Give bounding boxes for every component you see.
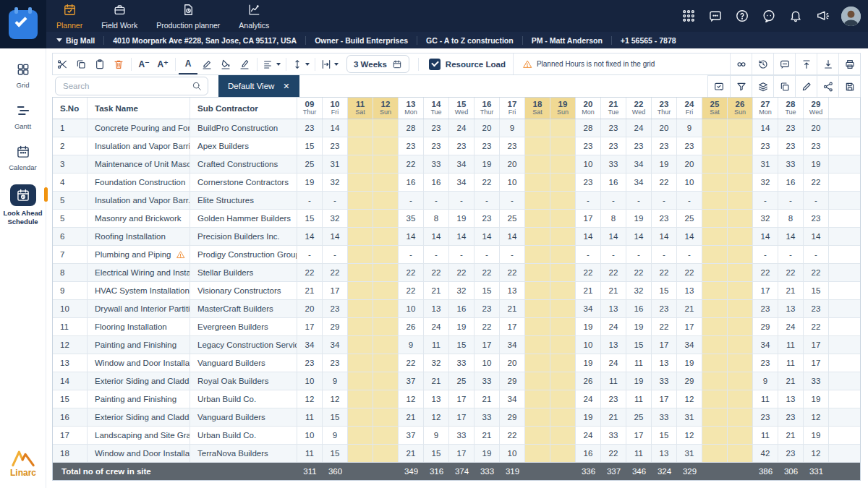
cell-crew-value[interactable]: 25 bbox=[626, 408, 652, 426]
resource-load-checkbox[interactable]: Resource Load bbox=[422, 59, 513, 70]
cell-crew-value[interactable]: 16 bbox=[626, 300, 652, 317]
cell-crew-value[interactable]: 31 bbox=[753, 155, 778, 173]
cell-crew-value[interactable]: 19 bbox=[297, 174, 323, 191]
cell-crew-value[interactable]: 22 bbox=[475, 264, 500, 281]
highlight-color-icon[interactable] bbox=[235, 53, 254, 74]
nav-tab-planner[interactable]: Planner bbox=[56, 3, 82, 30]
cell-crew-value[interactable]: - bbox=[424, 192, 449, 209]
cell-crew-value[interactable]: 14 bbox=[500, 228, 525, 245]
cell-crew-value[interactable]: 22 bbox=[601, 445, 626, 462]
cell-crew-value[interactable]: 33 bbox=[601, 427, 626, 444]
cell-crew-value[interactable]: 9 bbox=[677, 119, 702, 137]
cell-crew-value[interactable]: 23 bbox=[424, 137, 449, 155]
cell-crew-value[interactable]: 21 bbox=[778, 427, 804, 444]
cell-crew-value[interactable] bbox=[702, 210, 728, 227]
cell-crew-value[interactable]: 11 bbox=[601, 372, 626, 390]
cell-crew-value[interactable] bbox=[373, 119, 399, 137]
cell-crew-value[interactable]: 17 bbox=[804, 354, 829, 372]
cell-crew-value[interactable]: - bbox=[652, 246, 677, 263]
cell-crew-value[interactable]: 21 bbox=[399, 408, 424, 426]
cell-crew-value[interactable]: 23 bbox=[626, 137, 652, 155]
messages-icon[interactable] bbox=[707, 8, 723, 24]
cell-crew-value[interactable] bbox=[550, 210, 576, 227]
cell-crew-value[interactable]: 9 bbox=[424, 427, 449, 444]
cell-crew-value[interactable]: 32 bbox=[424, 354, 449, 372]
fill-color-icon[interactable] bbox=[216, 53, 235, 74]
cell-crew-value[interactable]: - bbox=[677, 192, 702, 209]
cell-crew-value[interactable] bbox=[728, 119, 753, 137]
cell-crew-value[interactable]: 15 bbox=[424, 445, 449, 462]
cell-crew-value[interactable]: 24 bbox=[449, 119, 475, 137]
cell-crew-value[interactable]: 33 bbox=[652, 372, 677, 390]
sidebar-item-look-ahead-schedule[interactable]: Look Ahead Schedule bbox=[0, 184, 46, 226]
cell-crew-value[interactable]: 21 bbox=[677, 300, 702, 317]
cell-crew-value[interactable]: 17 bbox=[297, 318, 323, 335]
cell-crew-value[interactable]: 14 bbox=[652, 228, 677, 245]
cell-crew-value[interactable] bbox=[702, 174, 728, 191]
cell-crew-value[interactable]: 20 bbox=[475, 119, 500, 137]
cell-crew-value[interactable]: 22 bbox=[677, 264, 702, 281]
cell-crew-value[interactable] bbox=[373, 155, 399, 173]
cell-crew-value[interactable] bbox=[373, 336, 399, 354]
duplicate-icon[interactable] bbox=[773, 76, 795, 97]
cell-crew-value[interactable] bbox=[550, 264, 576, 281]
cell-crew-value[interactable]: 8 bbox=[601, 210, 626, 227]
cell-crew-value[interactable] bbox=[702, 427, 728, 444]
cell-crew-value[interactable] bbox=[550, 246, 576, 263]
cell-crew-value[interactable] bbox=[550, 192, 576, 209]
cell-crew-value[interactable]: 11 bbox=[778, 354, 804, 372]
save-view-icon[interactable] bbox=[838, 76, 860, 97]
cell-crew-value[interactable]: - bbox=[652, 192, 677, 209]
cell-crew-value[interactable]: 23 bbox=[601, 119, 626, 137]
cell-crew-value[interactable]: 23 bbox=[753, 300, 778, 317]
cell-crew-value[interactable]: 19 bbox=[652, 155, 677, 173]
delete-trash-icon[interactable] bbox=[109, 53, 128, 74]
cell-crew-value[interactable] bbox=[550, 228, 576, 245]
cell-crew-value[interactable]: 20 bbox=[297, 300, 323, 317]
cell-crew-value[interactable]: 23 bbox=[323, 300, 348, 317]
cell-crew-value[interactable]: 25 bbox=[500, 210, 525, 227]
cell-crew-value[interactable]: 34 bbox=[297, 336, 323, 354]
close-tab-icon[interactable]: ✕ bbox=[283, 82, 289, 91]
cell-crew-value[interactable]: 34 bbox=[449, 174, 475, 191]
tab-default-view[interactable]: Default View ✕ bbox=[218, 75, 299, 97]
cell-crew-value[interactable] bbox=[550, 318, 576, 335]
cell-crew-value[interactable]: 24 bbox=[576, 390, 601, 408]
cell-crew-value[interactable]: 13 bbox=[652, 354, 677, 372]
cell-crew-value[interactable]: 12 bbox=[804, 408, 829, 426]
cell-crew-value[interactable]: 23 bbox=[804, 210, 829, 227]
cell-crew-value[interactable]: 29 bbox=[323, 318, 348, 335]
cell-crew-value[interactable]: 22 bbox=[399, 155, 424, 173]
row-height-icon[interactable] bbox=[289, 53, 312, 74]
cell-crew-value[interactable]: 17 bbox=[449, 445, 475, 462]
cell-crew-value[interactable]: 15 bbox=[449, 336, 475, 354]
cell-crew-value[interactable] bbox=[525, 228, 550, 245]
cell-crew-value[interactable]: 21 bbox=[399, 445, 424, 462]
cell-crew-value[interactable] bbox=[702, 372, 728, 390]
cell-crew-value[interactable]: - bbox=[297, 192, 323, 209]
cell-crew-value[interactable]: 19 bbox=[804, 155, 829, 173]
cell-crew-value[interactable]: 20 bbox=[677, 155, 702, 173]
cell-crew-value[interactable] bbox=[348, 427, 373, 444]
cell-crew-value[interactable]: 22 bbox=[424, 264, 449, 281]
cell-crew-value[interactable]: 35 bbox=[399, 210, 424, 227]
cell-crew-value[interactable]: 15 bbox=[297, 137, 323, 155]
cell-crew-value[interactable]: 34 bbox=[576, 300, 601, 317]
nav-tab-analytics[interactable]: Analytics bbox=[239, 3, 269, 30]
cell-crew-value[interactable]: 23 bbox=[753, 408, 778, 426]
cell-crew-value[interactable] bbox=[525, 210, 550, 227]
cell-crew-value[interactable]: 17 bbox=[500, 318, 525, 335]
cell-crew-value[interactable] bbox=[525, 155, 550, 173]
cell-crew-value[interactable]: 34 bbox=[500, 336, 525, 354]
cell-crew-value[interactable]: 12 bbox=[677, 427, 702, 444]
cell-crew-value[interactable]: 28 bbox=[399, 119, 424, 137]
cell-crew-value[interactable]: 12 bbox=[677, 390, 702, 408]
cell-crew-value[interactable] bbox=[728, 427, 753, 444]
cell-crew-value[interactable]: 14 bbox=[601, 228, 626, 245]
cell-crew-value[interactable] bbox=[373, 300, 399, 317]
cell-crew-value[interactable]: - bbox=[677, 246, 702, 263]
cell-crew-value[interactable]: 13 bbox=[424, 300, 449, 317]
cell-crew-value[interactable]: 11 bbox=[626, 354, 652, 372]
cell-crew-value[interactable] bbox=[348, 408, 373, 426]
cell-crew-value[interactable]: 11 bbox=[778, 336, 804, 354]
